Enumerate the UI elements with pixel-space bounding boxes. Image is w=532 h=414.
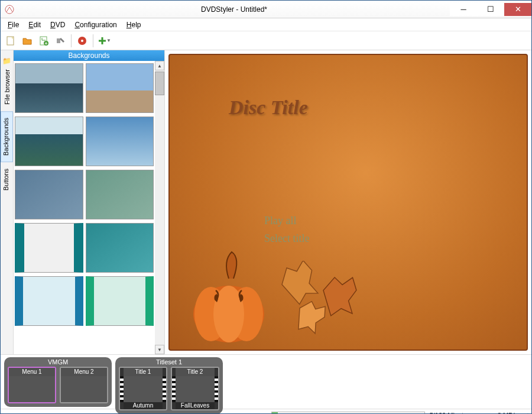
add-button[interactable]: ▼ [96, 33, 112, 48]
item-thumb [61, 376, 107, 402]
background-thumb[interactable] [86, 117, 154, 166]
menu-edit[interactable]: Edit [24, 20, 46, 30]
sidetab-buttons[interactable]: Buttons [1, 162, 13, 197]
bitrate-text: 8 MB/s [498, 412, 518, 415]
sidetab-backgrounds[interactable]: Backgrounds [1, 111, 13, 162]
app-icon [1, 1, 18, 18]
film-strip-icon [120, 376, 124, 402]
timeline-group-vmgm: VMGM Menu 1 Menu 2 [4, 357, 112, 407]
side-tabs: File browser 📁 Backgrounds Buttons [1, 50, 14, 354]
background-thumb[interactable] [15, 276, 83, 326]
toolbar: ▼ [1, 31, 531, 50]
scroll-up-icon[interactable]: ▲ [155, 61, 164, 70]
sidetab-file-browser[interactable]: File browser 📁 [1, 50, 13, 111]
timeline-menu-item[interactable]: Menu 2 [60, 367, 108, 403]
save-button[interactable] [36, 33, 51, 48]
burn-button[interactable] [74, 33, 90, 48]
svg-point-6 [81, 40, 83, 42]
item-thumb [9, 376, 55, 402]
new-button[interactable] [3, 33, 18, 48]
titlebar: DVDStyler - Untitled* ─ ☐ ✕ [1, 1, 531, 18]
disc-title-text[interactable]: Disc Title [229, 96, 308, 119]
panel-header: Backgrounds [14, 50, 164, 61]
duration-text: 5/130 Minutes [430, 412, 471, 415]
film-strip-icon [172, 376, 176, 402]
timeline-title-item[interactable]: Title 1 Autumn [119, 367, 167, 410]
item-thumb [124, 376, 163, 402]
select-title-button[interactable]: Select title [264, 232, 309, 245]
background-thumb[interactable] [86, 276, 154, 326]
status-bar: 5/130 Minutes 8 MB/s ◢ [1, 409, 531, 414]
timeline: VMGM Menu 1 Menu 2 Titleset 1 Title 1 Au… [1, 354, 531, 409]
dropdown-arrow-icon: ▼ [106, 38, 111, 43]
toolbar-separator [71, 34, 72, 47]
leaves-graphic [258, 261, 388, 344]
background-thumb[interactable] [15, 63, 83, 113]
timeline-title-item[interactable]: Title 2 FallLeaves [171, 367, 219, 410]
menu-preview[interactable]: Disc Title Play all Select title [168, 54, 528, 351]
background-thumb[interactable] [15, 223, 83, 273]
background-thumb[interactable] [86, 170, 154, 219]
play-all-button[interactable]: Play all [264, 215, 297, 227]
background-thumb[interactable] [86, 223, 154, 273]
item-label: Menu 1 [9, 368, 55, 376]
background-thumbnails: ▲ ▼ [14, 61, 164, 354]
close-button[interactable]: ✕ [504, 3, 531, 16]
settings-button[interactable] [53, 33, 68, 48]
main-area: File browser 📁 Backgrounds Buttons Backg… [1, 50, 531, 354]
toolbar-separator [93, 34, 93, 47]
film-strip-icon [215, 376, 218, 402]
group-label: Titleset 1 [119, 358, 219, 367]
menu-file[interactable]: File [3, 20, 24, 30]
minimize-button[interactable]: ─ [450, 3, 477, 16]
maximize-button[interactable]: ☐ [477, 3, 504, 16]
film-strip-icon [163, 376, 166, 402]
background-thumb[interactable] [15, 117, 83, 166]
menu-configuration[interactable]: Configuration [70, 20, 121, 30]
svg-rect-4 [57, 38, 60, 43]
menu-bar: File Edit DVD Configuration Help [1, 18, 531, 31]
item-label: Menu 2 [61, 368, 107, 376]
scroll-down-icon[interactable]: ▼ [155, 345, 164, 354]
item-label: Title 2 [176, 368, 215, 376]
progress-bar-fill [272, 412, 278, 415]
timeline-menu-item[interactable]: Menu 1 [8, 367, 56, 403]
background-thumb[interactable] [15, 170, 83, 219]
sidetab-label: Buttons [2, 169, 9, 190]
item-thumb [176, 376, 215, 402]
item-label: Title 1 [124, 368, 163, 376]
backgrounds-panel: Backgrounds ▲ ▼ [14, 50, 165, 354]
pumpkin-graphic [187, 249, 270, 344]
open-button[interactable] [20, 33, 35, 48]
window-title: DVDStyler - Untitled* [18, 5, 450, 14]
sidetab-label: Backgrounds [2, 118, 9, 156]
item-footer: FallLeaves [176, 402, 215, 409]
folder-icon: 📁 [2, 57, 11, 65]
scrollbar[interactable]: ▲ ▼ [155, 61, 164, 354]
menu-dvd[interactable]: DVD [46, 20, 70, 30]
menu-help[interactable]: Help [122, 20, 146, 30]
group-label: VMGM [8, 358, 108, 367]
preview-pane: Disc Title Play all Select title [165, 50, 531, 354]
item-footer: Autumn [124, 402, 163, 409]
background-thumb[interactable] [86, 63, 154, 113]
resize-grip-icon[interactable]: ◢ [523, 411, 528, 415]
timeline-group-titleset: Titleset 1 Title 1 Autumn Title 2 FallLe… [115, 357, 223, 414]
capacity-progress [271, 412, 425, 415]
sidetab-label: File browser [4, 69, 11, 105]
scroll-thumb[interactable] [155, 72, 164, 95]
